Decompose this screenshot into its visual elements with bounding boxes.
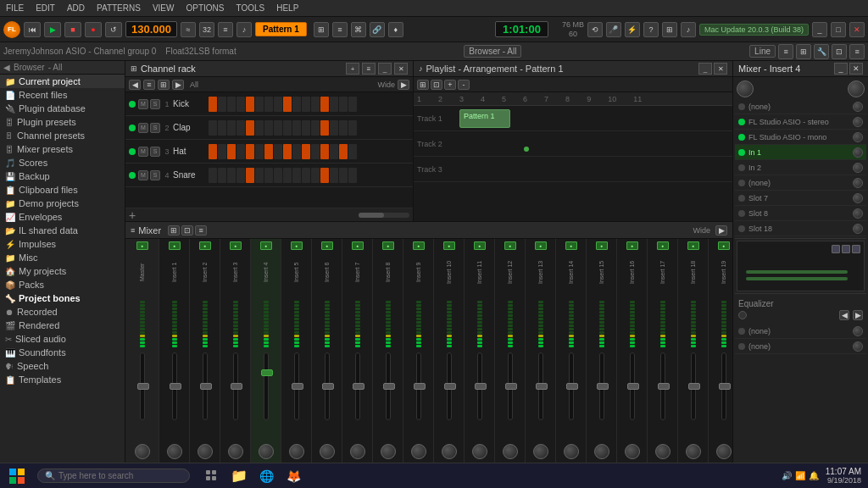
pad-1-6[interactable] (255, 97, 264, 112)
strip-fader-thumb[interactable] (231, 383, 242, 390)
slot-knob-9[interactable] (853, 224, 863, 234)
browser-all[interactable]: - All (48, 63, 63, 72)
rewind-button[interactable]: ⏮ (24, 22, 41, 37)
ch-solo-4[interactable]: S (150, 170, 160, 180)
mixer-strip-insert-8[interactable]: ● Insert 8 (373, 239, 403, 463)
pad-4-8[interactable] (274, 168, 282, 183)
sidebar-item-recent-files[interactable]: 📄 Recent files (0, 88, 125, 102)
strip-fader-thumb[interactable] (536, 383, 548, 390)
mixer-strip-insert-4[interactable]: ● Insert 4 (251, 239, 281, 463)
strip-fader-track[interactable] (386, 352, 391, 420)
add-channel-button[interactable]: + (129, 209, 136, 221)
sidebar-item-misc[interactable]: 📁 Misc (0, 251, 125, 264)
pad-3-14[interactable] (330, 144, 338, 159)
panel-fader-btn-3[interactable] (852, 245, 860, 253)
strip-fader-track[interactable] (447, 352, 452, 420)
mixer-strip-insert-3[interactable]: ● Insert 3 (220, 239, 251, 463)
taskbar-chrome[interactable]: 🌐 (254, 464, 278, 488)
window-max[interactable]: □ (831, 22, 846, 37)
sidebar-item-backup[interactable]: 💾 Backup (0, 169, 125, 183)
mac-update-badge[interactable]: Mac Update 20.0.3 (Build 38) (699, 24, 809, 36)
strip-fader-thumb[interactable] (353, 383, 364, 390)
strip-knob[interactable] (594, 444, 609, 459)
strip-green-btn[interactable]: ● (291, 241, 303, 250)
insert-slot-3[interactable]: FL Studio ASIO - mono (735, 130, 866, 145)
sidebar-item-scores[interactable]: 🎵 Scores (0, 156, 125, 169)
strip-green-btn[interactable]: ● (230, 241, 242, 250)
pad-2-13[interactable] (320, 120, 329, 136)
insert-slot-7[interactable]: Slot 7 (735, 191, 866, 206)
right-toolbar-btn-1[interactable]: ⟲ (587, 22, 603, 37)
mixer-strip-insert-6[interactable]: ● Insert 6 (312, 239, 342, 463)
sidebar-item-current-project[interactable]: 📁 Current project (0, 75, 125, 88)
pad-1-5[interactable] (246, 97, 254, 112)
window-min[interactable]: _ (812, 22, 827, 37)
slot-knob-5[interactable] (853, 163, 863, 173)
menu-edit[interactable]: EDIT (33, 3, 58, 13)
ch-solo-1[interactable]: S (150, 99, 160, 109)
eq-slot-2[interactable]: (none) (735, 339, 866, 354)
strip-knob[interactable] (472, 444, 487, 459)
pad-2-4[interactable] (236, 120, 245, 136)
pad-3-4[interactable] (236, 144, 245, 159)
sidebar-item-soundfonts[interactable]: 🎹 Soundfonts (0, 346, 125, 359)
pad-3-16[interactable] (348, 144, 357, 159)
toolbar-btn-1[interactable]: ⊞ (314, 22, 329, 37)
panel-fader-btn-2[interactable] (842, 245, 850, 253)
strip-fader-track[interactable] (660, 352, 665, 420)
strip-fader-track[interactable] (140, 352, 145, 420)
slot-knob-4[interactable] (853, 147, 863, 158)
sidebar-item-channel-presets[interactable]: 🎚 Channel presets (0, 129, 125, 142)
eq-slot-1[interactable]: (none) (735, 324, 866, 339)
strip-knob[interactable] (381, 444, 396, 459)
right-panel-close[interactable]: ✕ (849, 63, 863, 75)
playlist-toolbar-btn-1[interactable]: ⊞ (417, 80, 429, 90)
eq-knob-1[interactable]: ◀ (839, 310, 849, 320)
ch-solo-3[interactable]: S (150, 147, 160, 157)
ch-mute-2[interactable]: M (138, 123, 148, 133)
pattern-block-1[interactable]: Pattern 1 (459, 109, 510, 128)
strip-fader-thumb[interactable] (658, 383, 670, 390)
toolbar-btn-4[interactable]: 🔗 (370, 22, 385, 37)
playlist-collapse[interactable]: _ (698, 63, 712, 75)
sidebar-item-plugin-database[interactable]: 🔌 Plugin database (0, 102, 125, 115)
mixer-strip-insert-14[interactable]: ● Insert 14 (556, 239, 587, 463)
rack-btn-menu[interactable]: ≡ (362, 63, 376, 75)
strip-knob[interactable] (533, 444, 548, 459)
ch-mute-4[interactable]: M (138, 170, 148, 180)
mixer-strip-insert-1[interactable]: ● Insert 1 (159, 239, 190, 463)
sidebar-item-packs[interactable]: 📦 Packs (0, 278, 125, 291)
ch-solo-2[interactable]: S (150, 123, 160, 133)
pad-3-13[interactable] (320, 144, 329, 159)
strip-green-btn[interactable]: ● (136, 241, 148, 250)
pad-3-12[interactable] (311, 144, 320, 159)
clock-display[interactable]: 11:07 AM 9/19/2018 (826, 467, 861, 485)
pad-4-6[interactable] (255, 168, 264, 183)
mixer-strip-insert-2[interactable]: ● Insert 2 (190, 239, 220, 463)
strip-knob[interactable] (289, 444, 304, 459)
pad-4-12[interactable] (311, 168, 320, 183)
pad-1-14[interactable] (330, 97, 338, 112)
playlist-toolbar-btn-2[interactable]: ⊡ (431, 80, 442, 90)
insert-slot-5[interactable]: In 2 (735, 160, 866, 175)
strip-knob[interactable] (655, 444, 670, 459)
sidebar-item-mixer-presets[interactable]: 🎛 Mixer presets (0, 142, 125, 156)
sidebar-item-templates[interactable]: 📋 Templates (0, 373, 125, 386)
pad-1-12[interactable] (311, 97, 320, 112)
strip-fader-thumb[interactable] (444, 383, 456, 390)
strip-fader-thumb[interactable] (200, 383, 212, 390)
slot-knob-6[interactable] (853, 178, 863, 188)
pattern-selector[interactable]: Pattern 1 (255, 22, 307, 36)
eq-slot-knob-1[interactable] (853, 326, 863, 336)
pad-4-11[interactable] (302, 168, 310, 183)
strip-green-btn[interactable]: ● (565, 241, 577, 250)
mixer-toolbar-1[interactable]: ⊞ (168, 225, 180, 236)
rack-btn-collapse[interactable]: _ (378, 63, 392, 75)
pad-3-6[interactable] (255, 144, 264, 159)
line-selector[interactable]: Line (749, 45, 776, 58)
pad-4-13[interactable] (320, 168, 329, 183)
rack-toolbar-btn-1[interactable]: ◀ (129, 80, 141, 90)
strip-fader-thumb[interactable] (383, 383, 395, 390)
sidebar-item-demo-projects[interactable]: 📁 Demo projects (0, 197, 125, 210)
strip-fader-track[interactable] (294, 352, 299, 420)
